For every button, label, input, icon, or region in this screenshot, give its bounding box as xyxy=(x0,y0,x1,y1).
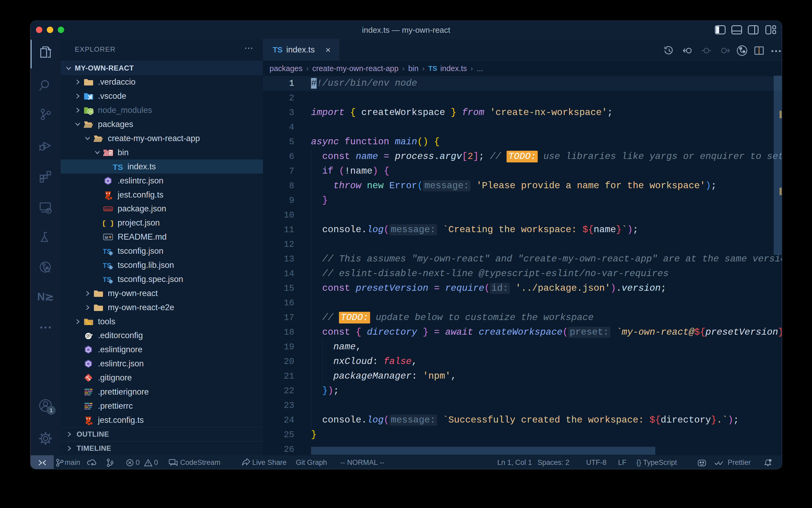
svg-text:JS: JS xyxy=(89,110,92,113)
svg-text:M: M xyxy=(105,235,108,240)
svg-text:TS: TS xyxy=(113,163,123,171)
svg-text:npm: npm xyxy=(104,207,111,211)
svg-text:10: 10 xyxy=(109,153,112,156)
svg-text:{ }: { } xyxy=(103,220,113,228)
